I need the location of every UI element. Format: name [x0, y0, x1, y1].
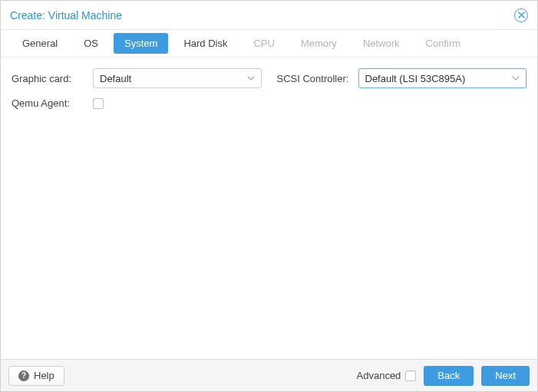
- chevron-down-icon: [512, 76, 520, 81]
- next-button[interactable]: Next: [481, 366, 530, 386]
- tab-general[interactable]: General: [12, 33, 68, 54]
- tab-network: Network: [352, 33, 411, 54]
- tab-confirm: Confirm: [415, 33, 472, 54]
- tab-os[interactable]: OS: [73, 33, 109, 54]
- back-button[interactable]: Back: [424, 366, 474, 386]
- graphic-card-label: Graphic card:: [12, 73, 87, 84]
- titlebar: Create: Virtual Machine: [1, 1, 537, 30]
- tab-system[interactable]: System: [114, 33, 168, 54]
- tab-cpu: CPU: [243, 33, 285, 54]
- tab-bar: General OS System Hard Disk CPU Memory N…: [1, 30, 537, 58]
- qemu-agent-field: Qemu Agent:: [12, 97, 262, 109]
- help-label: Help: [34, 370, 54, 381]
- close-button[interactable]: [514, 8, 528, 22]
- chevron-down-icon: [247, 76, 255, 81]
- dialog-title: Create: Virtual Machine: [10, 9, 122, 21]
- footer: ? Help Advanced Back Next: [1, 359, 537, 391]
- create-vm-dialog: Create: Virtual Machine General OS Syste…: [0, 0, 538, 392]
- graphic-card-field: Graphic card: Default: [12, 68, 262, 88]
- advanced-label: Advanced: [357, 370, 401, 381]
- tab-harddisk[interactable]: Hard Disk: [173, 33, 238, 54]
- left-column: Graphic card: Default Qemu Agent:: [12, 68, 262, 109]
- qemu-agent-checkbox[interactable]: [93, 98, 104, 109]
- graphic-card-value: Default: [100, 73, 131, 84]
- scsi-controller-field: SCSI Controller: Default (LSI 53C895A): [277, 68, 527, 88]
- scsi-controller-value: Default (LSI 53C895A): [365, 73, 466, 84]
- advanced-checkbox[interactable]: [405, 371, 416, 381]
- advanced-group: Advanced: [357, 370, 417, 381]
- scsi-controller-select[interactable]: Default (LSI 53C895A): [358, 68, 527, 88]
- graphic-card-select[interactable]: Default: [93, 68, 262, 88]
- tab-memory: Memory: [290, 33, 348, 54]
- right-column: SCSI Controller: Default (LSI 53C895A): [277, 68, 527, 88]
- close-icon: [518, 12, 525, 18]
- content-area: Graphic card: Default Qemu Agent: SCSI C…: [1, 58, 537, 359]
- scsi-controller-label: SCSI Controller:: [277, 73, 352, 84]
- qemu-agent-label: Qemu Agent:: [12, 97, 87, 109]
- help-icon: ?: [18, 371, 29, 381]
- help-button[interactable]: ? Help: [8, 366, 64, 386]
